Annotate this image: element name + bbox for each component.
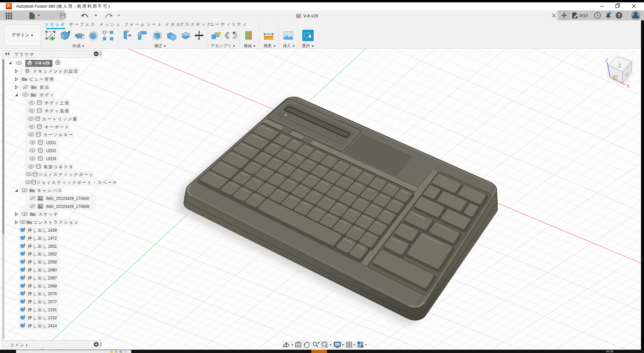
svg-text:Z: Z <box>605 57 608 63</box>
svg-text:X: X <box>626 83 630 89</box>
svg-text:前: 前 <box>612 75 618 81</box>
svg-text:上: 上 <box>617 62 623 68</box>
svg-text:右: 右 <box>625 72 630 77</box>
